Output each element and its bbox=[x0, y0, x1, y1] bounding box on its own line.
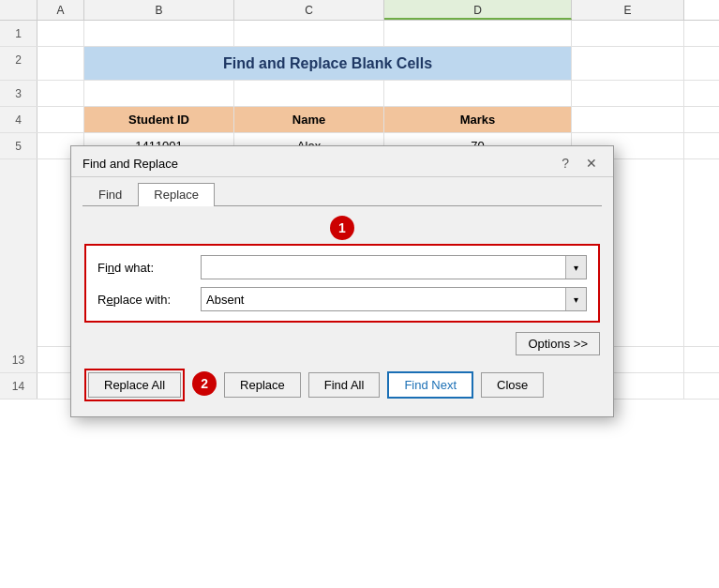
dialog-title: Find and Replace bbox=[82, 157, 178, 171]
help-button[interactable]: ? bbox=[557, 154, 574, 173]
column-header-row: A B C D E bbox=[0, 0, 719, 21]
tab-replace[interactable]: Replace bbox=[138, 183, 215, 206]
badge1-container: 1 bbox=[84, 216, 600, 240]
find-replace-fields: Find what: ▾ Replace with: ▾ bbox=[84, 244, 600, 323]
close-dialog-button[interactable]: ✕ bbox=[581, 154, 602, 173]
badge-2: 2 bbox=[192, 371, 217, 396]
table-row: 2 Find and Replace Blank Cells bbox=[0, 47, 719, 81]
find-what-row: Find what: ▾ bbox=[97, 255, 587, 279]
find-what-input-wrap: ▾ bbox=[201, 255, 587, 279]
badge-1: 1 bbox=[330, 216, 354, 240]
table-row: 3 bbox=[0, 81, 719, 107]
close-button[interactable]: Close bbox=[481, 372, 544, 398]
col-header-b: B bbox=[84, 0, 234, 20]
dialog-tabs: Find Replace bbox=[71, 177, 613, 205]
dialog-title-actions: ? ✕ bbox=[557, 154, 602, 173]
col-header-e: E bbox=[572, 0, 684, 20]
col-header-c: C bbox=[234, 0, 384, 20]
find-replace-dialog: Find and Replace ? ✕ Find Replace 1 Find… bbox=[70, 145, 614, 417]
replace-with-row: Replace with: ▾ bbox=[97, 287, 587, 311]
replace-with-dropdown[interactable]: ▾ bbox=[565, 288, 586, 310]
options-row: Options >> bbox=[84, 332, 600, 355]
row-num-header bbox=[0, 0, 37, 20]
replace-button[interactable]: Replace bbox=[224, 372, 301, 398]
replace-all-wrap: Replace All bbox=[84, 369, 185, 401]
dialog-content: 1 Find what: ▾ Replace with: bbox=[71, 206, 613, 416]
find-all-button[interactable]: Find All bbox=[308, 372, 381, 398]
dialog-titlebar: Find and Replace ? ✕ bbox=[71, 146, 613, 177]
find-what-label: Find what: bbox=[97, 261, 201, 275]
col-header-d: D bbox=[384, 0, 572, 20]
find-what-dropdown[interactable]: ▾ bbox=[565, 256, 586, 279]
replace-with-input-wrap: ▾ bbox=[201, 287, 587, 311]
replace-with-label: Replace with: bbox=[97, 293, 201, 307]
action-buttons: Replace All 2 Replace Find All Find Next… bbox=[84, 365, 600, 407]
find-what-input[interactable] bbox=[202, 258, 565, 278]
table-row: 1 bbox=[0, 21, 719, 47]
options-button[interactable]: Options >> bbox=[516, 332, 600, 355]
replace-with-input[interactable] bbox=[202, 290, 565, 309]
table-row: 4 Student ID Name Marks bbox=[0, 107, 719, 133]
title-cell: Find and Replace Blank Cells bbox=[84, 47, 572, 80]
tab-find[interactable]: Find bbox=[82, 183, 138, 205]
replace-all-container: Replace All bbox=[84, 369, 185, 401]
col-header-a: A bbox=[37, 0, 84, 20]
find-next-button[interactable]: Find Next bbox=[387, 371, 473, 399]
replace-all-button[interactable]: Replace All bbox=[88, 372, 181, 398]
badge2-replace-all: 2 bbox=[192, 371, 217, 400]
